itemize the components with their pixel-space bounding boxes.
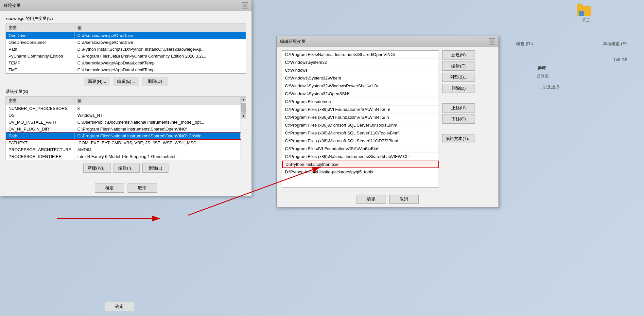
user-table-header-var: 变量 xyxy=(6,24,75,32)
edit-dialog-content: C:\Program Files\National Instruments\Sh… xyxy=(277,47,498,191)
env-dialog-title: 环境变量 xyxy=(4,3,21,9)
sys-var-value: C:\Program Files\National Instruments\Sh… xyxy=(75,126,241,132)
sys-table-header-var: 变量 xyxy=(6,97,75,105)
user-table-row[interactable]: PathD:\Python Install\Scripts\;D:\Python… xyxy=(6,46,246,53)
user-var-name: OneDrive xyxy=(6,32,75,39)
scroll-up-arrow[interactable]: ▲ xyxy=(241,97,246,102)
edit-edit-button[interactable]: 编辑(E) xyxy=(442,61,475,71)
edit-list-item[interactable]: C:\Program Files\National Instruments\Sh… xyxy=(282,51,439,59)
bottom-ok-button[interactable]: 确定 xyxy=(105,302,134,311)
sys-vars-table: 变量 值 NUMBER_OF_PROCESSORS8OSWindows_NTOV… xyxy=(6,97,241,160)
env-cancel-button[interactable]: 取消 xyxy=(128,184,157,193)
user-buttons-row: 新建(N)... 编辑(E)... 删除(D) xyxy=(6,77,246,86)
edit-list-item[interactable]: C:\Windows\System32\OpenSSH\ xyxy=(282,90,439,98)
edit-dialog-footer: 确定 取消 xyxy=(277,191,498,207)
edit-dialog-title: 编辑环境变量 xyxy=(280,39,305,44)
user-var-name: PyCharm Community Edition xyxy=(6,53,75,60)
sys-table-row[interactable]: PATHEXT.COM;.EXE;.BAT;.CMD;.VBS;.VBE;.JS… xyxy=(6,139,241,146)
sys-var-name: OV_MO_INSTALL_PATH xyxy=(6,119,75,126)
scroll-down-arrow[interactable]: ▼ xyxy=(241,113,246,118)
user-table-row[interactable]: OneDriveConsumerC:\Users\xiaoweige\OneDr… xyxy=(6,39,246,46)
sys-edit-button[interactable]: 编辑(I)... xyxy=(113,164,140,173)
env-variables-dialog: 环境变量 × xiaoweige 的用户变量(U) 变量 值 OneDriveC… xyxy=(0,0,252,196)
user-delete-button[interactable]: 删除(D) xyxy=(142,77,168,86)
sys-var-value: 8 xyxy=(75,105,241,112)
sys-table-row[interactable]: NUMBER_OF_PROCESSORS8 xyxy=(6,105,241,112)
sys-new-button[interactable]: 新建(W)... xyxy=(83,164,111,173)
remote-desc1: 员登录。 xyxy=(537,74,552,79)
edit-env-dialog: 编辑环境变量 × C:\Program Files\National Instr… xyxy=(276,36,499,207)
edit-list-item[interactable]: C:\Program Files (x86)\IVI Foundation\VI… xyxy=(282,114,439,121)
sys-var-value: C:\Program Files\National Instruments\Sh… xyxy=(75,132,241,139)
user-edit-button[interactable]: 编辑(E)... xyxy=(113,77,139,86)
user-new-button[interactable]: 新建(N)... xyxy=(84,77,110,86)
sys-table-row[interactable]: OV_NI_PLUGIN_DIRC:\Program Files\Nationa… xyxy=(6,126,241,132)
sys-section-label: 系统变量(S) xyxy=(6,89,246,95)
edit-list-container[interactable]: C:\Program Files\National Instruments\Sh… xyxy=(282,50,439,188)
env-dialog-body: xiaoweige 的用户变量(U) 变量 值 OneDriveC:\Users… xyxy=(0,11,252,180)
sys-var-name: PROCESSOR_IDENTIFIER xyxy=(6,153,75,160)
user-var-name: TEMP xyxy=(6,60,75,66)
sys-table-inner: 变量 值 NUMBER_OF_PROCESSORS8OSWindows_NTOV… xyxy=(6,97,241,160)
user-table-row[interactable]: OneDriveC:\Users\xiaoweige\OneDrive xyxy=(6,32,246,39)
edit-move-down-button[interactable]: 下移(O) xyxy=(442,114,475,124)
user-var-value: C:\Program Files\JetBrains\PyCharm Commu… xyxy=(75,53,246,60)
sys-var-name: OV_NI_PLUGIN_DIR xyxy=(6,126,75,132)
sys-var-value: .COM;.EXE;.BAT;.CMD;.VBS;.VBE;.JS;.JSE;.… xyxy=(75,139,241,146)
edit-list-item[interactable]: C:\Program Files (x86)\IVI Foundation\VI… xyxy=(282,106,439,114)
user-var-name: TMP xyxy=(6,66,75,73)
env-dialog-footer: 确定 取消 xyxy=(0,180,252,196)
edit-list-item[interactable]: C:\Program Files\dotnet\ xyxy=(282,98,439,106)
edit-ok-button[interactable]: 确定 xyxy=(357,195,386,204)
desktop-folder-label: 卓面 xyxy=(581,17,589,23)
sys-scrollbar[interactable]: ▲ ▼ xyxy=(241,97,246,160)
sys-table-row[interactable]: PROCESSOR_ARCHITECTUREAMD64 xyxy=(6,146,241,153)
edit-browse-button[interactable]: 浏览(B)... xyxy=(442,73,475,82)
sys-var-name: OS xyxy=(6,112,75,119)
edit-list-item[interactable]: C:\Program Files (x86)\National Instrume… xyxy=(282,153,439,161)
desktop-folder-icon[interactable]: 卓面 xyxy=(577,3,593,23)
user-vars-scroll[interactable]: 变量 值 OneDriveC:\Users\xiaoweige\OneDrive… xyxy=(6,24,246,73)
edit-list-item[interactable]: C:\Windows xyxy=(282,66,439,74)
remote-desc2: ，以及虚拟 xyxy=(539,84,559,90)
sys-table-row[interactable]: OSWindows_NT xyxy=(6,112,241,119)
edit-list-item[interactable]: C:\Program Files (x86)\Microsoft SQL Ser… xyxy=(282,137,439,145)
edit-dialog-close-button[interactable]: × xyxy=(489,38,495,45)
sys-table-row[interactable]: PROCESSOR_IDENTIFIERIntel64 Family 6 Mod… xyxy=(6,153,241,160)
sys-var-value: AMD64 xyxy=(75,146,241,153)
edit-list-item[interactable]: C:\Windows\System32\Wbem xyxy=(282,74,439,82)
bottom-ok-area: 确定 xyxy=(105,302,134,311)
edit-cancel-button[interactable]: 取消 xyxy=(389,195,419,204)
sys-delete-button[interactable]: 删除(L) xyxy=(142,164,168,173)
edit-list-item[interactable]: D:\Python Install\python.exe xyxy=(282,161,439,168)
scroll-thumb[interactable] xyxy=(241,103,246,113)
edit-move-up-button[interactable]: 上移(U) xyxy=(442,103,475,113)
env-dialog-close-button[interactable]: × xyxy=(242,2,248,9)
env-ok-button[interactable]: 确定 xyxy=(95,184,124,193)
edit-list-item[interactable]: C:\Program Files (x86)\Microsoft SQL Ser… xyxy=(282,129,439,137)
user-table-row[interactable]: TMPC:\Users\xiaoweige\AppData\Local\Temp xyxy=(6,66,246,73)
edit-list-item[interactable]: C:\Windows\System32\WindowsPowerShell\v1… xyxy=(282,82,439,90)
edit-new-button[interactable]: 新建(N) xyxy=(442,50,475,60)
sys-table-wrapper: 变量 值 NUMBER_OF_PROCESSORS8OSWindows_NTOV… xyxy=(6,97,246,160)
user-table-header-val: 值 xyxy=(75,24,246,32)
edit-list-item[interactable]: C:\Program Files (x86)\Microsoft SQL Ser… xyxy=(282,121,439,129)
sys-vars-table-container: 变量 值 NUMBER_OF_PROCESSORS8OSWindows_NTOV… xyxy=(6,97,246,160)
sys-table-row[interactable]: OV_MO_INSTALL_PATHC:\Users\Public\Docume… xyxy=(6,119,241,126)
sys-var-value: Windows_NT xyxy=(75,112,241,119)
edit-list-item[interactable]: C:\Program Files\IVI Foundation\VISA\Win… xyxy=(282,145,439,153)
edit-list-item[interactable]: C:\Windows\system32 xyxy=(282,59,439,66)
edit-dialog-titlebar: 编辑环境变量 × xyxy=(277,36,498,47)
sys-table-row[interactable]: PathC:\Program Files\National Instrument… xyxy=(6,132,241,139)
user-table-row[interactable]: PyCharm Community EditionC:\Program File… xyxy=(6,53,246,60)
user-vars-table-container: 变量 值 OneDriveC:\Users\xiaoweige\OneDrive… xyxy=(6,24,246,74)
user-table-row[interactable]: TEMPC:\Users\xiaoweige\AppData\Local\Tem… xyxy=(6,60,246,66)
user-var-value: C:\Users\xiaoweige\OneDrive xyxy=(75,39,246,46)
remote-label: 远程 xyxy=(537,65,546,71)
disk-size-label: 146 GB xyxy=(613,57,628,62)
user-section-label: xiaoweige 的用户变量(U) xyxy=(6,16,246,22)
edit-delete-button[interactable]: 删除(D) xyxy=(442,84,475,93)
edit-list-item[interactable]: D:\Python Install\Lib\site-packages\pyqt… xyxy=(282,168,439,176)
user-var-value: C:\Users\xiaoweige\AppData\Local\Temp xyxy=(75,66,246,73)
edit-text-button[interactable]: 编辑文本(T)... xyxy=(442,134,475,143)
